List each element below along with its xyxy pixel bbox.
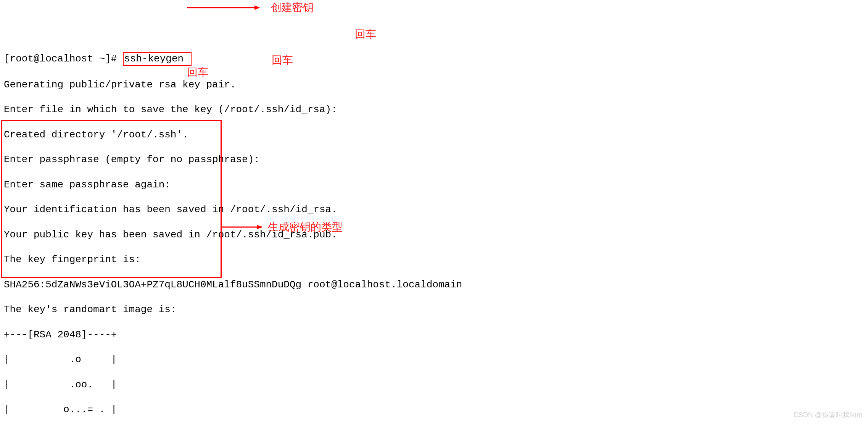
output-line: Enter passphrase (empty for no passphras…: [4, 153, 864, 166]
randomart-line: | .o |: [4, 353, 864, 366]
shell-prompt: [root@localhost ~]#: [4, 53, 123, 64]
command-ssh-keygen[interactable]: ssh-keygen: [123, 52, 192, 66]
output-line: SHA256:5dZaNWs3eViOL3OA+PZ7qL8UCH0MLalf8…: [4, 279, 864, 291]
annotation-enter: 回车: [187, 66, 208, 79]
output-line: Created directory '/root/.ssh'.: [4, 129, 864, 141]
output-line: Enter same passphrase again:: [4, 179, 864, 191]
output-line: The key's randomart image is:: [4, 303, 864, 316]
output-line: Your identification has been saved in /r…: [4, 203, 864, 216]
watermark-text: CSDN @你请叫我Ikun: [794, 411, 862, 419]
annotation-create-key: 创建密钥: [271, 1, 314, 14]
output-line: Generating public/private rsa key pair.: [4, 79, 864, 91]
annotation-key-type: 生成密钥的类型: [268, 220, 343, 234]
randomart-line: | o...= . |: [4, 403, 864, 416]
randomart-line: | .oo. |: [4, 379, 864, 391]
randomart-line: +---[RSA 2048]----+: [4, 329, 864, 341]
annotation-enter: 回车: [272, 53, 293, 67]
arrow-icon: [187, 0, 267, 15]
output-line: Your public key has been saved in /root/…: [4, 229, 864, 241]
output-line: The key fingerprint is:: [4, 253, 864, 266]
annotation-enter: 回车: [355, 27, 376, 41]
output-line: Enter file in which to save the key (/ro…: [4, 103, 864, 116]
